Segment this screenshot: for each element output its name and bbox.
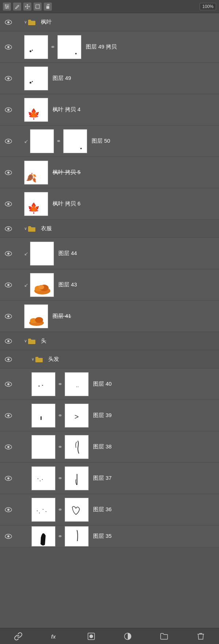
eye-38[interactable] <box>0 431 17 462</box>
svg-point-33 <box>7 315 9 317</box>
adjust-icon[interactable] <box>3 3 11 11</box>
link-layers-button[interactable] <box>13 631 24 642</box>
group-clothes-label: 衣服 <box>41 225 52 232</box>
svg-point-21 <box>7 203 9 205</box>
layer-49[interactable]: 图层 49 <box>0 63 219 94</box>
thumb-36-2 <box>65 498 89 522</box>
folder-maple-icon <box>28 19 36 26</box>
eye-44[interactable] <box>0 238 17 269</box>
mask-button[interactable] <box>86 631 97 642</box>
eye-37[interactable] <box>0 463 17 494</box>
collapse-head[interactable]: ∨ <box>24 339 27 343</box>
move-icon[interactable] <box>23 3 31 11</box>
collapse-hair[interactable]: ∨ <box>31 357 34 362</box>
layer-41[interactable]: 图层 41 <box>0 301 219 332</box>
thumb-43 <box>30 273 54 297</box>
eye-36[interactable] <box>0 494 17 525</box>
svg-point-54 <box>7 535 9 537</box>
layer-36[interactable]: ⚭ 图层 36 <box>0 494 219 525</box>
eye-maple[interactable] <box>0 13 17 31</box>
svg-text:>: > <box>74 413 79 421</box>
layer-49-label: 图层 49 <box>53 75 71 82</box>
group-hair[interactable]: ∨ 头发 <box>0 350 219 369</box>
layers-panel: ∨ 枫叶 ⚭ 图层 49 拷贝 <box>0 13 219 547</box>
thumb-49-copy-1 <box>24 35 48 59</box>
layer-44[interactable]: ↙ 图层 44 <box>0 238 219 269</box>
eye-clothes[interactable] <box>0 220 17 238</box>
thumb-38-2 <box>65 435 89 459</box>
clip-arrow-43: ↙ <box>24 282 28 288</box>
bottom-toolbar: fx <box>0 628 219 644</box>
eye-39[interactable] <box>0 400 17 431</box>
lock-icon[interactable] <box>44 3 52 11</box>
eye-maple-copy6[interactable] <box>0 188 17 219</box>
layer-39[interactable]: ⚭ > 图层 39 <box>0 400 219 431</box>
svg-point-15 <box>7 109 9 111</box>
link-37: ⚭ <box>58 475 62 482</box>
thumb-maple-copy6: 🍁 <box>24 192 48 216</box>
zoom-display[interactable]: 100% <box>200 3 216 10</box>
new-group-button[interactable] <box>159 631 170 642</box>
svg-point-27 <box>7 284 9 286</box>
maple-copy5[interactable]: 🍂 枫叶 拷贝 5 <box>0 157 219 188</box>
group-clothes[interactable]: ∨ 衣服 <box>0 220 219 238</box>
fx-button[interactable]: fx <box>49 631 60 642</box>
group-head[interactable]: ∨ 头 <box>0 332 219 350</box>
maple-copy4[interactable]: 🍁 枫叶 拷贝 4 <box>0 94 219 126</box>
adjustment-button[interactable] <box>122 631 133 642</box>
layer-38[interactable]: ⚭ 图层 38 <box>0 431 219 463</box>
group-maple[interactable]: ∨ 枫叶 <box>0 13 219 31</box>
thumb-38-1 <box>31 435 55 459</box>
eye-49-copy[interactable] <box>0 31 17 62</box>
svg-point-11 <box>7 46 9 48</box>
layer-35[interactable]: ⚭ 图层 35 <box>0 525 219 547</box>
thumb-37-2 <box>65 466 89 490</box>
svg-point-50 <box>7 477 9 479</box>
layer-43-label: 图层 43 <box>58 281 77 288</box>
svg-rect-5 <box>6 7 7 9</box>
layer-50[interactable]: ↙ ⚭ 图层 50 <box>0 126 219 157</box>
thumb-49 <box>24 66 48 90</box>
eye-hair[interactable] <box>0 350 17 368</box>
group-head-label: 头 <box>41 338 46 344</box>
delete-layer-button[interactable] <box>195 631 206 642</box>
clip-arrow-50: ↙ <box>24 138 28 144</box>
brush-icon[interactable] <box>13 3 21 11</box>
collapse-maple[interactable]: ∨ <box>24 20 27 24</box>
eye-49[interactable] <box>0 63 17 94</box>
layer-40[interactable]: ⚭ .. 图层 40 <box>0 369 219 400</box>
eye-35[interactable] <box>0 525 17 547</box>
layer-41-label: 图层 41 <box>53 313 71 320</box>
clip-arrow-44: ↙ <box>24 251 28 257</box>
svg-point-48 <box>7 446 9 448</box>
thumb-49-copy-2 <box>57 35 81 59</box>
crop-icon[interactable] <box>34 3 42 11</box>
layer-39-label: 图层 39 <box>93 412 112 419</box>
eye-43[interactable] <box>0 269 17 300</box>
eye-41[interactable] <box>0 301 17 332</box>
maple-copy5-label: 枫叶 拷贝 5 <box>53 169 81 176</box>
thumb-36-1 <box>31 498 55 522</box>
eye-40[interactable] <box>0 369 17 400</box>
thumb-maple-copy4: 🍁 <box>24 98 48 122</box>
layer-35-label: 图层 35 <box>93 533 112 540</box>
layer-49-copy[interactable]: ⚭ 图层 49 拷贝 <box>0 31 219 63</box>
svg-point-45 <box>7 414 9 417</box>
eye-maple-copy4[interactable] <box>0 94 17 125</box>
layer-50-label: 图层 50 <box>92 138 110 144</box>
collapse-clothes[interactable]: ∨ <box>24 226 27 231</box>
layer-37[interactable]: ⚭ 图层 37 <box>0 463 219 494</box>
thumb-41 <box>24 304 48 328</box>
svg-rect-3 <box>5 4 6 6</box>
link-36: ⚭ <box>58 506 62 513</box>
layer-38-label: 图层 38 <box>93 443 112 450</box>
maple-copy6[interactable]: 🍁 枫叶 拷贝 6 <box>0 188 219 220</box>
eye-head[interactable] <box>0 332 17 350</box>
eye-50[interactable] <box>0 126 17 157</box>
folder-clothes-icon <box>28 225 36 232</box>
layer-43[interactable]: ↙ 图层 43 <box>0 269 219 301</box>
thumb-maple-copy5: 🍂 <box>24 161 48 185</box>
link-38: ⚭ <box>58 443 62 450</box>
toolbar: 100% <box>0 0 219 13</box>
eye-maple-copy5[interactable] <box>0 157 17 188</box>
